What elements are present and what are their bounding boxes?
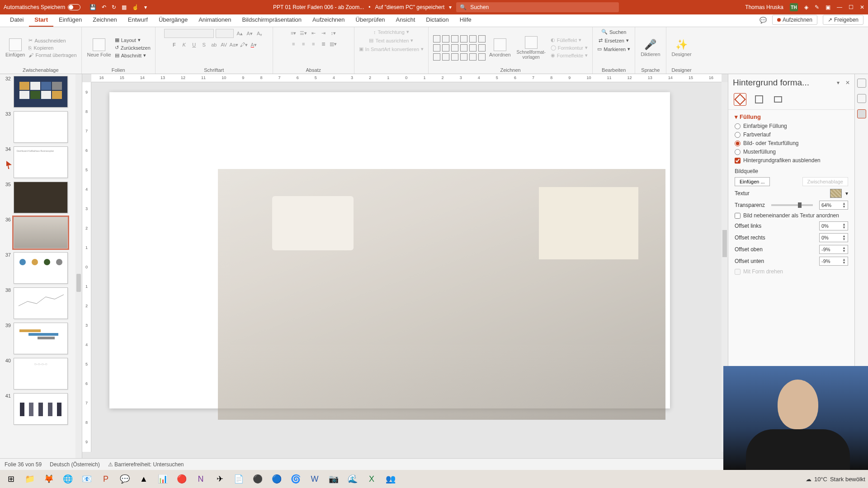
share-button[interactable]: ↗Freigeben (823, 15, 863, 25)
bold-icon[interactable]: F (170, 41, 178, 49)
tab-file[interactable]: Datei (5, 14, 29, 27)
undo-icon[interactable]: ↶ (102, 4, 106, 10)
collapse-ribbon-icon[interactable] (857, 79, 866, 88)
explorer-icon[interactable]: 📁 (22, 472, 38, 486)
tab-review[interactable]: Überprüfen (350, 14, 391, 27)
tab-view[interactable]: Ansicht (391, 14, 421, 27)
font-family-select[interactable] (164, 29, 214, 38)
app-icon[interactable]: 🔴 (174, 472, 190, 486)
save-icon[interactable]: 💾 (90, 4, 96, 10)
accessibility-status[interactable]: ⚠ Barrierefreiheit: Untersuchen (108, 461, 184, 468)
shape-fill-button[interactable]: ◐ Fülleffekt ▾ (551, 37, 588, 43)
indent-inc-icon[interactable]: ⇥ (319, 29, 327, 37)
italic-icon[interactable]: K (180, 41, 188, 49)
case-icon[interactable]: Aa▾ (230, 41, 238, 49)
smartart-button[interactable]: ▣ In SmartArt konvertieren ▾ (359, 46, 424, 52)
align-center-icon[interactable]: ≡ (299, 40, 307, 48)
obs-icon[interactable]: ⚫ (250, 472, 266, 486)
offset-left-input[interactable]: 0%▲▼ (819, 221, 848, 230)
paste-button[interactable]: Einfügen (5, 38, 26, 58)
shape-effects-button[interactable]: ◉ Formeffekte ▾ (551, 52, 588, 58)
thumb-41[interactable]: 41 (3, 393, 73, 425)
telegram-icon[interactable]: ✈ (212, 472, 228, 486)
font-color-icon[interactable]: A▾ (250, 41, 258, 49)
autosave-toggle[interactable]: Automatisches Speichern (4, 4, 80, 10)
section-button[interactable]: ▤ Abschnitt ▾ (115, 52, 151, 58)
shapes-gallery[interactable] (433, 35, 486, 61)
thumb-35[interactable]: 35 (3, 182, 73, 213)
layout-button[interactable]: ▦ Layout ▾ (115, 37, 151, 43)
chevron-down-icon[interactable]: ▾ (449, 4, 452, 10)
tab-draw[interactable]: Zeichnen (87, 14, 122, 27)
font-size-select[interactable] (216, 29, 234, 38)
app-icon[interactable]: 📄 (231, 472, 247, 486)
pane-tab-picture[interactable] (772, 93, 784, 106)
dictate-button[interactable]: 🎤Diktieren (640, 38, 661, 58)
radio-gradient-fill[interactable]: Farbverlauf (735, 131, 848, 138)
cut-button[interactable]: ✂ Ausschneiden (28, 38, 76, 43)
find-button[interactable]: 🔍 Suchen (601, 29, 626, 35)
help-icon[interactable] (857, 94, 866, 103)
record-button[interactable]: Aufzeichnen (772, 15, 817, 25)
thumbs-scrollbar[interactable] (75, 74, 82, 458)
language-status[interactable]: Deutsch (Österreich) (50, 461, 100, 468)
radio-solid-fill[interactable]: Einfarbige Füllung (735, 123, 848, 129)
arrange-button[interactable]: Anordnen (488, 38, 512, 58)
edge-icon[interactable]: 🌊 (344, 472, 361, 486)
spacing-icon[interactable]: AV (220, 41, 228, 49)
tab-animations[interactable]: Animationen (193, 14, 236, 27)
clear-fmt-icon[interactable]: Aᵩ (255, 29, 264, 38)
chrome-icon[interactable]: 🌐 (60, 472, 76, 486)
format-painter-button[interactable]: 🖌 Format übertragen (28, 52, 76, 58)
thumb-40[interactable]: 40◯—◯—◯—◯ (3, 358, 73, 389)
chevron-down-icon[interactable]: ▾ (845, 190, 848, 197)
maximize-icon[interactable]: ☐ (849, 4, 854, 10)
insert-image-button[interactable]: Einfügen ... (735, 177, 770, 186)
align-left-icon[interactable]: ≡ (289, 40, 297, 48)
powerpoint-icon[interactable]: P (98, 472, 114, 486)
thumb-33[interactable]: 33 (3, 111, 73, 143)
numbering-icon[interactable]: ☰▾ (299, 29, 307, 37)
comments-icon[interactable]: 💬 (760, 17, 767, 23)
shadow-icon[interactable]: ab (210, 41, 218, 49)
quick-styles-button[interactable]: Schnellformat-vorlagen (514, 35, 548, 61)
transparency-slider[interactable] (771, 204, 813, 206)
shape-outline-button[interactable]: ◯ Formkontur ▾ (551, 45, 588, 51)
thumb-37[interactable]: 37 (3, 252, 73, 284)
bullets-icon[interactable]: ≡▾ (289, 29, 297, 37)
format-pane-icon[interactable] (857, 109, 866, 118)
vlc-icon[interactable]: ▲ (136, 472, 152, 486)
chevron-down-icon[interactable]: ▾ (837, 80, 840, 86)
designer-button[interactable]: ✨Designer (671, 38, 693, 58)
app-icon[interactable]: 💬 (117, 472, 133, 486)
transparency-value[interactable]: 64%▲▼ (819, 201, 848, 210)
select-button[interactable]: ▭ Markieren ▾ (597, 46, 630, 52)
teams-icon[interactable]: 👥 (382, 472, 399, 486)
texture-picker[interactable] (830, 189, 842, 198)
thumb-32[interactable]: 32 (3, 76, 73, 108)
pen-icon[interactable]: ✎ (815, 4, 819, 10)
present-icon[interactable]: ▦ (122, 4, 127, 10)
new-slide-button[interactable]: Neue Folie (86, 38, 112, 58)
weather-widget[interactable]: ☁ 10°C Stark bewölkt (806, 476, 865, 483)
tab-insert[interactable]: Einfügen (53, 14, 87, 27)
radio-picture-fill[interactable]: Bild- oder Texturfüllung (735, 140, 848, 146)
tab-record[interactable]: Aufzeichnen (307, 14, 350, 27)
fill-section-header[interactable]: ▾Füllung (735, 113, 848, 120)
window-icon[interactable]: ▣ (826, 4, 830, 10)
app-icon[interactable]: 🔵 (269, 472, 285, 486)
tab-home[interactable]: Start (29, 14, 53, 27)
pane-tab-effects[interactable] (753, 93, 765, 106)
user-name[interactable]: Thomas Hruska (745, 4, 783, 10)
app-icon[interactable]: 🌀 (288, 472, 304, 486)
redo-icon[interactable]: ↻ (112, 4, 116, 10)
thumb-36[interactable]: 36 (3, 217, 73, 249)
close-pane-icon[interactable]: ✕ (845, 80, 850, 86)
touch-icon[interactable]: ☝ (132, 4, 139, 10)
thumb-39[interactable]: 39 (3, 323, 73, 354)
start-button[interactable]: ⊞ (3, 472, 19, 486)
line-spacing-icon[interactable]: ↕▾ (329, 29, 337, 37)
excel-icon[interactable]: X (363, 472, 380, 486)
onenote-icon[interactable]: N (193, 472, 209, 486)
justify-icon[interactable]: ≣ (319, 40, 327, 48)
